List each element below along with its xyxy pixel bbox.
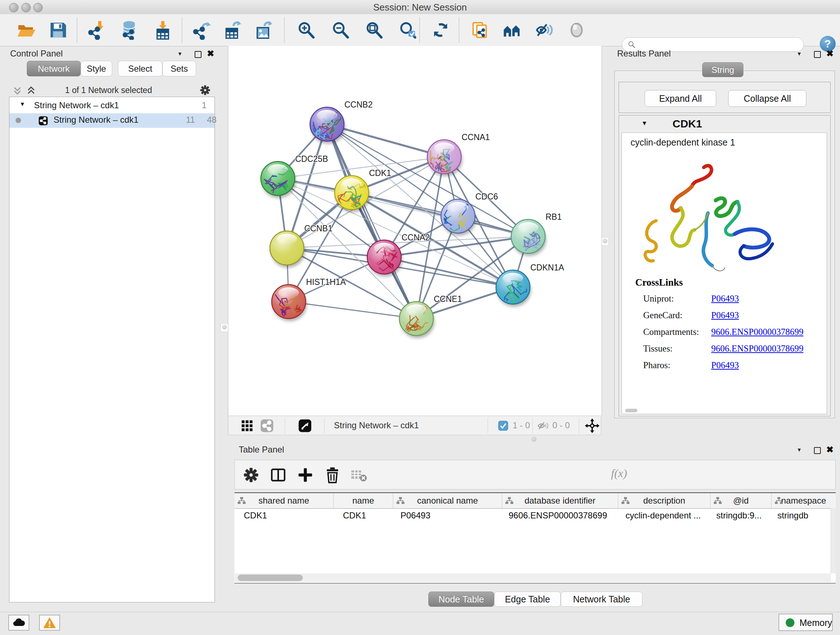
delete-table-icon[interactable] xyxy=(350,466,368,484)
show-columns-icon[interactable] xyxy=(269,466,287,484)
expand-all-icon[interactable] xyxy=(26,86,36,96)
tab-sets[interactable]: Sets xyxy=(163,61,196,76)
tab-string[interactable]: String xyxy=(702,62,744,77)
crosslink-label: Uniprot: xyxy=(643,294,674,304)
control-panel-float-icon[interactable] xyxy=(195,51,202,58)
collapse-all-button[interactable]: Collapse All xyxy=(728,90,806,107)
network-node-CDKN1A[interactable] xyxy=(496,270,531,307)
network-edge-CCNB2-CCNE1[interactable] xyxy=(327,124,416,318)
add-column-icon[interactable] xyxy=(296,466,314,484)
network-node-CCNB1[interactable] xyxy=(270,231,305,268)
left-splitter-grip[interactable] xyxy=(220,323,228,332)
column-header[interactable]: name xyxy=(333,493,393,508)
network-node-CDC6[interactable] xyxy=(441,199,476,236)
network-node-CCNE1[interactable] xyxy=(399,302,434,338)
table-panel-float-icon[interactable] xyxy=(814,447,821,454)
results-panel-float-icon[interactable] xyxy=(814,51,821,58)
delete-column-icon[interactable] xyxy=(324,466,341,484)
import-table-icon[interactable] xyxy=(153,20,172,40)
tab-network-table[interactable]: Network Table xyxy=(561,592,643,607)
hidden-eye-slash-icon[interactable] xyxy=(537,420,549,431)
results-panel-collapse-icon[interactable]: ▾ xyxy=(798,50,801,57)
column-header[interactable]: namespace xyxy=(772,493,836,508)
network-edge-CCNE1-HIST1H1A[interactable] xyxy=(289,302,416,318)
import-database-icon[interactable] xyxy=(119,20,139,40)
selected-checkbox-icon[interactable] xyxy=(498,421,508,431)
column-header[interactable]: canonical name xyxy=(393,493,502,508)
zoom-in-icon[interactable] xyxy=(296,20,316,40)
grid-view-icon[interactable] xyxy=(241,420,253,432)
network-list: ▼ String Network – cdk1 1 String Network… xyxy=(9,97,215,602)
function-builder-icon[interactable]: f(x) xyxy=(611,467,627,480)
warning-button[interactable] xyxy=(39,615,60,631)
network-node-CCNA2[interactable] xyxy=(367,240,402,277)
export-table-icon[interactable] xyxy=(223,20,242,40)
memory-button[interactable]: Memory xyxy=(778,614,833,631)
collection-label: String Network – cdk1 xyxy=(34,100,119,111)
node-label-CDKN1A: CDKN1A xyxy=(531,263,564,272)
gear-icon[interactable] xyxy=(199,84,211,96)
clone-network-icon[interactable] xyxy=(470,20,490,40)
network-row[interactable]: String Network – cdk1 11 48 xyxy=(9,113,215,128)
tab-node-table[interactable]: Node Table xyxy=(428,592,494,607)
tab-select[interactable]: Select xyxy=(118,61,163,76)
network-node-HIST1H1A[interactable] xyxy=(272,285,307,321)
expand-all-button[interactable]: Expand All xyxy=(645,90,716,107)
export-network-icon[interactable] xyxy=(192,20,212,40)
birds-eye-icon[interactable] xyxy=(298,419,312,432)
crosslink-link[interactable]: P06493 xyxy=(711,310,739,320)
control-panel-collapse-icon[interactable]: ▾ xyxy=(178,50,182,57)
network-edge-count: 48 xyxy=(207,115,217,125)
horizontal-splitter-grip[interactable] xyxy=(531,437,537,442)
control-panel-close-icon[interactable]: ✖ xyxy=(207,49,214,59)
crosslink-link[interactable]: P06493 xyxy=(711,360,739,371)
table-horizontal-scrollbar[interactable] xyxy=(235,573,831,582)
table-panel-collapse-icon[interactable]: ▾ xyxy=(798,446,801,454)
node-table: shared name name canonical name database… xyxy=(234,492,836,584)
table-vertical-scrollbar[interactable] xyxy=(831,508,836,573)
tab-network[interactable]: Network xyxy=(27,61,81,76)
zoom-fit-icon[interactable] xyxy=(364,20,384,40)
share-view-icon[interactable] xyxy=(260,419,274,432)
import-network-icon[interactable] xyxy=(87,20,107,40)
tab-edge-table[interactable]: Edge Table xyxy=(494,592,561,607)
show-graphics-icon[interactable] xyxy=(567,20,586,40)
results-panel-close-icon[interactable]: ✖ xyxy=(826,49,834,59)
cloud-button[interactable] xyxy=(8,615,29,631)
network-node-CDC25B[interactable] xyxy=(261,162,296,198)
tree-expand-icon[interactable]: ▼ xyxy=(19,101,25,108)
right-splitter-grip[interactable] xyxy=(601,237,609,246)
network-collection-row[interactable]: ▼ String Network – cdk1 1 xyxy=(9,99,215,113)
fit-content-crosshair-icon[interactable] xyxy=(584,418,600,434)
results-scrollbar[interactable] xyxy=(625,409,638,412)
collapse-all-icon[interactable] xyxy=(12,86,22,96)
network-node-CCNA1[interactable] xyxy=(427,140,462,176)
export-image-icon[interactable] xyxy=(254,20,273,40)
open-folder-icon[interactable] xyxy=(16,20,36,40)
column-header[interactable]: database identifier xyxy=(502,493,618,508)
hide-graphics-icon[interactable] xyxy=(534,20,553,40)
table-gear-icon[interactable] xyxy=(242,466,260,484)
table-row[interactable]: CDK1 CDK1 P06493 9606.ENSP00000378699 cy… xyxy=(234,509,836,523)
style-houses-icon[interactable] xyxy=(502,20,522,40)
network-node-RB1[interactable] xyxy=(511,219,546,256)
network-label: String Network – cdk1 xyxy=(54,115,139,125)
tab-style[interactable]: Style xyxy=(81,61,112,76)
gene-detail-box: cyclin-dependent kinase 1 CrossLinks Uni… xyxy=(622,133,827,414)
zoom-out-icon[interactable] xyxy=(331,20,350,40)
network-canvas[interactable]: CCNB2CCNA1CDC25BCDK1CDC6RB1CCNB1CCNA2CDK… xyxy=(228,46,602,416)
save-icon[interactable] xyxy=(48,20,68,40)
crosslink-link[interactable]: P06493 xyxy=(711,294,739,304)
network-node-CDK1[interactable] xyxy=(335,176,370,212)
column-header[interactable]: shared name xyxy=(234,493,333,508)
refresh-icon[interactable] xyxy=(431,20,450,40)
column-header[interactable]: @id xyxy=(711,493,772,508)
zoom-selected-icon[interactable] xyxy=(398,20,417,40)
column-header[interactable]: description xyxy=(618,493,711,508)
crosslink-link[interactable]: 9606.ENSP00000378699 xyxy=(711,344,804,354)
network-edges[interactable] xyxy=(278,124,528,318)
table-panel-close-icon[interactable]: ✖ xyxy=(826,445,834,455)
gene-description: cyclin-dependent kinase 1 xyxy=(630,137,735,148)
crosslink-link[interactable]: 9606.ENSP00000378699 xyxy=(711,327,804,337)
gene-collapse-icon[interactable]: ▼ xyxy=(641,120,647,127)
